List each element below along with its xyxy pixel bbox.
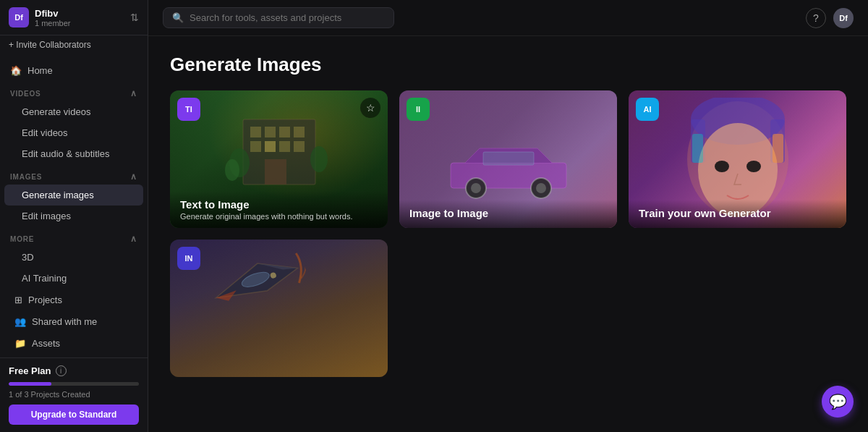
sidebar-item-assets[interactable]: 📁 Assets [4,333,143,354]
projects-progress-bar [9,382,139,386]
more-section-header[interactable]: MORE ∧ [0,229,148,247]
projects-label: Projects [28,295,62,305]
sidebar-item-edit-images[interactable]: Edit images [4,206,143,226]
svg-rect-5 [250,141,261,152]
free-plan-info-icon[interactable]: i [56,365,67,376]
card-4-badge: IN [177,247,200,270]
card-1-footer: Text to Image Generate original images w… [170,191,388,228]
videos-section-header[interactable]: VIDEOS ∧ [0,84,148,101]
svg-rect-7 [279,141,290,152]
user-avatar[interactable]: Df [833,8,854,28]
sidebar-item-ai-training[interactable]: AI Training [4,268,143,289]
videos-chevron-icon: ∧ [130,88,137,98]
chat-icon: 💬 [829,393,847,410]
more-chevron-icon: ∧ [130,234,137,244]
card-1-badge: TI [177,98,200,121]
card-2-footer: Image to Image [399,200,617,228]
workspace-avatar: Df [9,7,29,27]
card-2-badge: II [407,98,430,121]
svg-rect-2 [265,127,276,137]
projects-progress-fill [9,382,51,386]
sidebar-item-generate-images[interactable]: Generate images [4,185,143,206]
sidebar-nav: 🏠 Home VIDEOS ∧ Generate videos Edit vid… [0,54,148,357]
svg-rect-9 [265,159,286,185]
card-in[interactable]: IN [170,240,388,377]
images-chevron-icon: ∧ [130,171,137,182]
search-box[interactable]: 🔍 [163,7,394,28]
shared-icon: 👥 [14,316,26,327]
sidebar-item-edit-audio[interactable]: Edit audio & subtitles [4,143,143,164]
images-section: IMAGES ∧ Generate images Edit images [0,167,148,226]
sidebar-item-projects[interactable]: ⊞ Projects [4,289,143,310]
svg-point-24 [715,161,729,172]
svg-rect-3 [279,127,290,137]
card-3-footer: Train your own Generator [629,200,846,228]
chat-fab-button[interactable]: 💬 [822,386,854,418]
building-decoration [225,105,333,192]
card-3-title: Train your own Generator [639,207,836,219]
sidebar-item-edit-videos[interactable]: Edit videos [4,122,143,143]
assets-icon: 📁 [14,338,26,349]
content-area: Generate Images [148,36,868,432]
assets-label: Assets [32,338,60,349]
workspace-details: Dfibv 1 member [35,8,71,27]
sidebar-footer: Free Plan i 1 of 3 Projects Created Upgr… [0,357,148,432]
workspace-name: Dfibv [35,8,71,19]
page-title: Generate Images [170,54,846,76]
cards-grid: TI ☆ Text to Image Generate original ima… [170,90,846,377]
workspace-members: 1 member [35,19,71,27]
edit-videos-label: Edit videos [22,127,68,138]
edit-images-label: Edit images [22,211,71,221]
images-section-label: IMAGES [10,173,42,181]
shared-with-me-label: Shared with me [32,316,97,327]
sidebar: Df Dfibv 1 member ⇅ + Invite Collaborato… [0,0,148,432]
edit-audio-label: Edit audio & subtitles [22,148,109,159]
more-section: MORE ∧ 3D AI Training [0,229,148,289]
top-bar: 🔍 ? Df [148,0,868,36]
home-label: Home [27,65,53,76]
svg-rect-18 [483,152,534,165]
free-plan-row: Free Plan i [9,365,139,376]
sidebar-item-home[interactable]: 🏠 Home [0,60,148,81]
search-icon: 🔍 [172,12,184,23]
card-text-to-image[interactable]: TI ☆ Text to Image Generate original ima… [170,90,388,228]
svg-rect-26 [692,134,703,163]
svg-rect-27 [773,134,783,163]
invite-collaborators-button[interactable]: + Invite Collaborators [0,35,148,54]
upgrade-button[interactable]: Upgrade to Standard [9,405,139,425]
sidebar-item-shared-with-me[interactable]: 👥 Shared with me [4,311,143,332]
videos-section: VIDEOS ∧ Generate videos Edit videos Edi… [0,84,148,164]
svg-rect-4 [294,127,305,137]
card-3-badge: AI [636,98,659,121]
card-image-to-image[interactable]: II Image to Image [399,90,617,228]
car-decoration [436,141,581,199]
home-icon: 🏠 [10,65,22,76]
more-section-label: MORE [10,235,34,243]
help-button[interactable]: ? [806,8,826,28]
sidebar-item-generate-videos[interactable]: Generate videos [4,101,143,122]
card-1-desc: Generate original images with nothing bu… [180,212,378,221]
svg-point-11 [310,146,328,172]
card-1-star[interactable]: ☆ [360,98,380,118]
svg-point-12 [225,159,239,181]
projects-count: 1 of 3 Projects Created [9,390,139,399]
workspace-chevron-icon[interactable]: ⇅ [130,12,139,23]
workspace-info-group: Df Dfibv 1 member [9,7,71,27]
projects-icon: ⊞ [14,295,22,305]
images-section-header[interactable]: IMAGES ∧ [0,167,148,185]
svg-rect-8 [294,141,305,152]
generate-images-label: Generate images [22,190,94,200]
card-2-title: Image to Image [409,207,607,219]
card-1-title: Text to Image [180,198,378,211]
3d-label: 3D [22,252,34,263]
top-bar-right: ? Df [806,8,854,28]
search-input[interactable] [190,12,385,23]
svg-point-25 [746,161,761,172]
main-content: 🔍 ? Df Generate Images [148,0,868,432]
sidebar-item-3d[interactable]: 3D [4,247,143,268]
workspace-header: Df Dfibv 1 member ⇅ [0,0,148,35]
svg-point-15 [471,183,481,193]
generate-videos-label: Generate videos [22,106,90,117]
card-train-generator[interactable]: AI Train your own Generator [629,90,846,228]
free-plan-label: Free Plan [9,365,51,376]
